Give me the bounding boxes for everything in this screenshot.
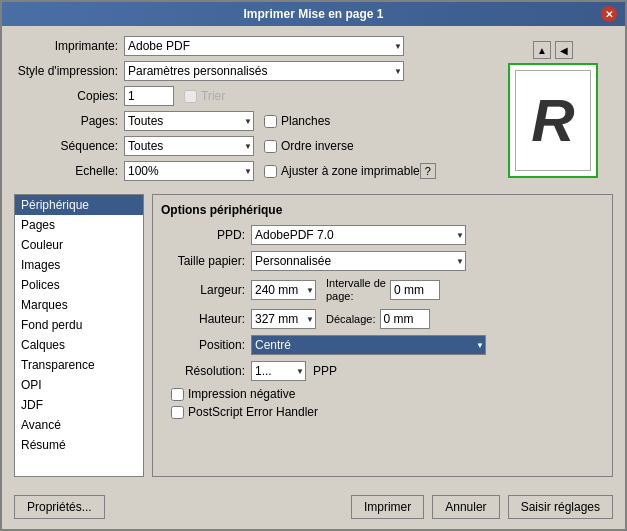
- save-settings-button[interactable]: Saisir réglages: [508, 495, 613, 519]
- copies-row: Copies: Trier: [14, 86, 483, 106]
- ppd-select[interactable]: AdobePDF 7.0: [251, 225, 466, 245]
- decalage-group: Décalage:: [326, 309, 430, 329]
- postscript-checkbox[interactable]: [171, 406, 184, 419]
- arrow-left-button[interactable]: ◀: [555, 41, 573, 59]
- impression-negative-checkbox[interactable]: [171, 388, 184, 401]
- postscript-row: PostScript Error Handler: [171, 405, 604, 419]
- sidebar-item-peripherique[interactable]: Périphérique: [15, 195, 143, 215]
- options-title: Options périphérique: [161, 203, 604, 217]
- cancel-button[interactable]: Annuler: [432, 495, 499, 519]
- largeur-row: Largeur: ▼ Intervalle depage:: [161, 277, 604, 303]
- resolution-label: Résolution:: [161, 364, 251, 378]
- ajuster-checkbox[interactable]: [264, 165, 277, 178]
- style-select[interactable]: Paramètres personnalisés: [124, 61, 404, 81]
- scale-select[interactable]: 100% 50% 75% 125%: [124, 161, 254, 181]
- ppd-label: PPD:: [161, 228, 251, 242]
- ppd-select-wrapper: AdobePDF 7.0 ▼: [251, 225, 466, 245]
- top-section: Imprimante: Adobe PDF ▼ Style d'impressi…: [14, 36, 613, 186]
- main-content: Imprimante: Adobe PDF ▼ Style d'impressi…: [2, 26, 625, 487]
- sequence-label: Séquence:: [14, 139, 124, 153]
- preview-inner-border: [515, 70, 591, 171]
- sidebar-item-marques[interactable]: Marques: [15, 295, 143, 315]
- sidebar-item-couleur[interactable]: Couleur: [15, 235, 143, 255]
- scale-select-wrapper: 100% 50% 75% 125% ▼: [124, 161, 254, 181]
- resolution-wrapper: 1... ▼ PPP: [251, 361, 337, 381]
- sidebar-item-pages[interactable]: Pages: [15, 215, 143, 235]
- position-select-wrapper: Centré ▼: [251, 335, 486, 355]
- sidebar-item-fond-perdu[interactable]: Fond perdu: [15, 315, 143, 335]
- postscript-label: PostScript Error Handler: [188, 405, 318, 419]
- print-button[interactable]: Imprimer: [351, 495, 424, 519]
- resolution-select-wrapper: 1... ▼: [251, 361, 306, 381]
- paper-size-select[interactable]: Personnalisée: [251, 251, 466, 271]
- hauteur-label: Hauteur:: [161, 312, 251, 326]
- arrow-up-button[interactable]: ▲: [533, 41, 551, 59]
- position-row: Position: Centré ▼: [161, 335, 604, 355]
- intervalle-input[interactable]: [390, 280, 440, 300]
- trier-label: Trier: [201, 89, 225, 103]
- trier-checkbox[interactable]: [184, 90, 197, 103]
- properties-button[interactable]: Propriétés...: [14, 495, 105, 519]
- sidebar-item-calques[interactable]: Calques: [15, 335, 143, 355]
- paper-size-row: Taille papier: Personnalisée ▼: [161, 251, 604, 271]
- sidebar: Périphérique Pages Couleur Images Police…: [14, 194, 144, 477]
- style-label: Style d'impression:: [14, 64, 124, 78]
- bottom-section: Périphérique Pages Couleur Images Police…: [14, 194, 613, 477]
- position-label: Position:: [161, 338, 251, 352]
- ppd-row: PPD: AdobePDF 7.0 ▼: [161, 225, 604, 245]
- sidebar-item-images[interactable]: Images: [15, 255, 143, 275]
- printer-select-wrapper: Adobe PDF ▼: [124, 36, 404, 56]
- ajuster-label: Ajuster à zone imprimable: [281, 164, 420, 178]
- pages-row: Pages: Toutes Courantes Sélection ▼ Plan…: [14, 111, 483, 131]
- help-button[interactable]: ?: [420, 163, 436, 179]
- largeur-input[interactable]: [251, 280, 316, 300]
- scale-label: Echelle:: [14, 164, 124, 178]
- intervalle-label: Intervalle depage:: [326, 277, 386, 303]
- printer-select[interactable]: Adobe PDF: [124, 36, 404, 56]
- sidebar-item-jdf[interactable]: JDF: [15, 395, 143, 415]
- sidebar-item-polices[interactable]: Polices: [15, 275, 143, 295]
- pages-select-wrapper: Toutes Courantes Sélection ▼: [124, 111, 254, 131]
- preview-arrows: ▲ ◀: [533, 41, 573, 59]
- ordre-inverse-label: Ordre inverse: [281, 139, 354, 153]
- sidebar-item-resume[interactable]: Résumé: [15, 435, 143, 455]
- dialog-title: Imprimer Mise en page 1: [243, 7, 383, 21]
- largeur-label: Largeur:: [161, 283, 251, 297]
- resolution-row: Résolution: 1... ▼ PPP: [161, 361, 604, 381]
- ordre-inverse-checkbox[interactable]: [264, 140, 277, 153]
- hauteur-input[interactable]: [251, 309, 316, 329]
- resolution-select[interactable]: 1...: [251, 361, 306, 381]
- ordre-inverse-checkbox-group: Ordre inverse: [264, 139, 354, 153]
- scale-row: Echelle: 100% 50% 75% 125% ▼ Ajuster à z…: [14, 161, 483, 181]
- decalage-input[interactable]: [380, 309, 430, 329]
- sequence-select-wrapper: Toutes Impaires Paires ▼: [124, 136, 254, 156]
- title-bar: Imprimer Mise en page 1 ✕: [2, 2, 625, 26]
- printer-label: Imprimante:: [14, 39, 124, 53]
- dialog: Imprimer Mise en page 1 ✕ Imprimante: Ad…: [0, 0, 627, 531]
- hauteur-input-wrapper: ▼: [251, 309, 316, 329]
- preview-area: ▲ ◀ R: [493, 36, 613, 178]
- sidebar-item-avance[interactable]: Avancé: [15, 415, 143, 435]
- style-select-wrapper: Paramètres personnalisés ▼: [124, 61, 404, 81]
- planches-checkbox[interactable]: [264, 115, 277, 128]
- sidebar-item-transparence[interactable]: Transparence: [15, 355, 143, 375]
- largeur-input-wrapper: ▼: [251, 280, 316, 300]
- impression-negative-row: Impression négative: [171, 387, 604, 401]
- options-panel: Options périphérique PPD: AdobePDF 7.0 ▼…: [152, 194, 613, 477]
- ppp-label: PPP: [313, 364, 337, 378]
- pages-select[interactable]: Toutes Courantes Sélection: [124, 111, 254, 131]
- hauteur-row: Hauteur: ▼ Décalage:: [161, 309, 604, 329]
- style-row: Style d'impression: Paramètres personnal…: [14, 61, 483, 81]
- sequence-row: Séquence: Toutes Impaires Paires ▼ Ordre…: [14, 136, 483, 156]
- position-select[interactable]: Centré: [251, 335, 486, 355]
- intervalle-group: Intervalle depage:: [326, 277, 440, 303]
- copies-label: Copies:: [14, 89, 124, 103]
- preview-box: R: [508, 63, 598, 178]
- close-button[interactable]: ✕: [601, 6, 617, 22]
- pages-label: Pages:: [14, 114, 124, 128]
- sequence-select[interactable]: Toutes Impaires Paires: [124, 136, 254, 156]
- sidebar-item-opi[interactable]: OPI: [15, 375, 143, 395]
- copies-input[interactable]: [124, 86, 174, 106]
- printer-row: Imprimante: Adobe PDF ▼: [14, 36, 483, 56]
- planches-label: Planches: [281, 114, 330, 128]
